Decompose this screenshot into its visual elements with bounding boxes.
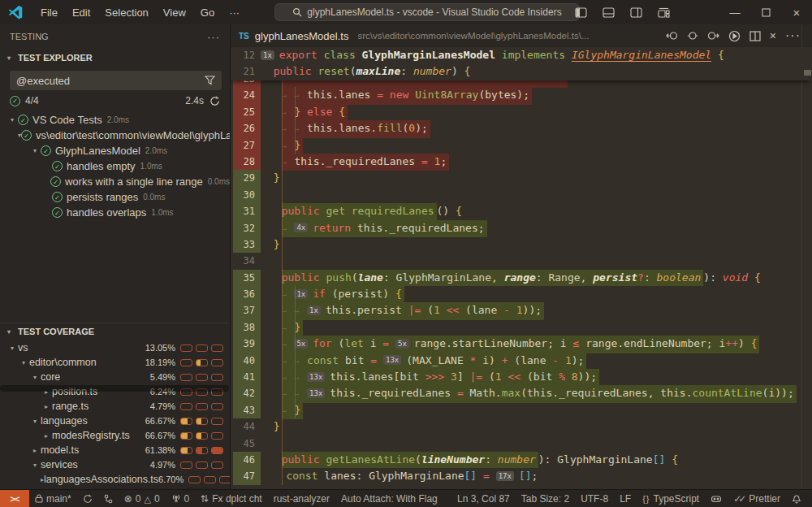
status-formatter[interactable]: ✓✓Prettier — [728, 490, 786, 507]
code-line[interactable]: 34 — [231, 253, 812, 269]
run-tests-icon[interactable] — [728, 30, 741, 42]
test-tree-item[interactable]: ✓persists ranges0.0ms — [0, 189, 230, 205]
code-line[interactable]: 38→} — [231, 319, 812, 336]
code-line[interactable]: 29} — [231, 170, 812, 186]
code-line[interactable]: 44} — [231, 418, 812, 435]
sidebar-horizontal-scrollbar[interactable] — [0, 385, 229, 392]
line-number[interactable]: 28 — [233, 154, 261, 170]
line-number[interactable]: 23 — [233, 80, 261, 87]
test-tree-item[interactable]: ✓works with a single line range0.0ms — [0, 174, 230, 189]
editor-scrollbar-thumb[interactable] — [804, 70, 811, 76]
maximize-icon[interactable] — [750, 0, 781, 24]
command-center-search[interactable]: glyphLanesModel.ts - vscode - Visual Stu… — [274, 3, 580, 21]
menu-view[interactable]: View — [156, 6, 193, 19]
code-line[interactable]: 31public get requiredLanes() { — [231, 203, 812, 219]
line-number[interactable]: 36 — [233, 286, 261, 302]
code-line[interactable]: 24→→this.lanes = new Uint8Array(bytes); — [231, 87, 812, 103]
line-number[interactable]: 41 — [233, 369, 261, 385]
line-number[interactable]: 42 — [233, 385, 261, 401]
status-problems[interactable]: ⊗0△0 — [119, 490, 166, 507]
prev-change-icon[interactable] — [666, 30, 678, 41]
status-task-status[interactable]: Fx dplct cht — [195, 490, 267, 507]
test-tree-item[interactable]: ✓handles overlaps1.0ms — [0, 205, 230, 220]
customize-layout-icon[interactable] — [653, 7, 674, 18]
code-line[interactable]: 40→→const bit = 13x(MAX_LANE * i) + (lan… — [231, 353, 812, 369]
status-auto-attach[interactable]: Auto Attach: With Flag — [335, 490, 443, 507]
next-change-icon[interactable] — [707, 30, 719, 41]
test-tree-item[interactable]: ▾✓VS Code Tests2.0ms — [0, 112, 230, 128]
code-line[interactable]: 28→this._requiredLanes = 1; — [231, 154, 812, 170]
line-number[interactable]: 30 — [233, 187, 261, 203]
code-line[interactable]: 41→→13xthis.lanes[bit >>> 3] |= (1 << (b… — [231, 369, 812, 385]
status-tab-size[interactable]: Tab Size: 2 — [516, 490, 575, 507]
toggle-panel-icon[interactable] — [598, 7, 619, 18]
code-line[interactable]: 36→1xif (persist) { — [231, 286, 812, 302]
menu-file[interactable]: File — [33, 6, 65, 19]
line-number[interactable]: 46 — [233, 452, 261, 468]
line-number[interactable]: 25 — [233, 104, 261, 120]
sidebar-more-actions-icon[interactable]: ··· — [207, 31, 220, 43]
code-line[interactable]: 27→} — [231, 137, 812, 154]
breadcrumb[interactable]: src\vs\editor\common\viewModel\glyphLane… — [357, 31, 659, 41]
status-language-mode[interactable]: {}TypeScript — [637, 490, 705, 507]
code-line[interactable]: 25→} else { — [231, 104, 812, 120]
more-editor-actions-icon[interactable]: ··· — [785, 28, 801, 43]
line-number[interactable]: 35 — [233, 270, 261, 286]
coverage-row[interactable]: ▸ — [0, 487, 230, 489]
status-ports[interactable]: 0 — [166, 490, 196, 507]
coverage-row[interactable]: ▾vs13.05% — [0, 340, 230, 355]
code-line[interactable]: 26→→this.lanes.fill(0); — [231, 120, 812, 136]
status-scm-graph[interactable] — [98, 490, 119, 507]
refresh-icon[interactable] — [209, 96, 220, 106]
coverage-row[interactable]: ▾languages66.67% — [0, 414, 230, 428]
menu-go[interactable]: Go — [193, 6, 222, 19]
code-line[interactable]: 35public push(lane: GlyphMarginLane, ran… — [231, 270, 812, 286]
menu-selection[interactable]: Selection — [97, 6, 155, 19]
status-notifications[interactable] — [786, 490, 807, 507]
coverage-toggle-icon[interactable] — [687, 30, 698, 41]
line-number[interactable]: 47 — [233, 468, 261, 484]
line-number[interactable]: 32 — [233, 220, 261, 236]
code-line[interactable]: 33} — [231, 236, 812, 253]
tab-filename[interactable]: glyphLanesModel.ts — [255, 30, 349, 42]
coverage-row[interactable]: ▸model.ts61.38% — [0, 443, 230, 457]
status-rust-analyzer[interactable]: rust-analyzer — [268, 490, 335, 507]
code-line[interactable]: 46public getLanesAtLine(lineNumber: numb… — [231, 452, 812, 468]
menu-[interactable]: ··· — [222, 6, 247, 19]
status-branch-status[interactable]: main* — [29, 490, 77, 507]
line-number[interactable]: 12 — [233, 47, 261, 63]
line-number[interactable]: 24 — [233, 87, 261, 103]
code-line[interactable]: 43→} — [231, 402, 812, 418]
test-explorer-header[interactable]: ▾ TEST EXPLORER — [0, 49, 230, 67]
line-number[interactable]: 34 — [233, 253, 261, 269]
status-copilot[interactable] — [705, 490, 728, 507]
status-encoding[interactable]: UTF-8 — [575, 490, 614, 507]
line-number[interactable]: 21 — [233, 63, 261, 80]
close-window-icon[interactable]: × — [781, 0, 812, 24]
coverage-row[interactable]: ▾editor\common18.19% — [0, 355, 230, 370]
test-tree-item[interactable]: ✓handles empty1.0ms — [0, 158, 230, 174]
toggle-sidebar-icon[interactable] — [570, 7, 591, 18]
line-number[interactable]: 37 — [233, 302, 261, 318]
menu-edit[interactable]: Edit — [65, 6, 97, 19]
minimize-icon[interactable]: — — [719, 0, 750, 24]
coverage-row[interactable]: ▸range.ts4.79% — [0, 399, 230, 414]
sticky-code-line[interactable]: 21public reset(maxLine: number) { — [231, 63, 812, 80]
line-number[interactable]: 39 — [233, 336, 261, 352]
toggle-secondary-sidebar-icon[interactable] — [625, 7, 646, 18]
line-number[interactable]: 38 — [233, 319, 261, 336]
coverage-row[interactable]: ▸languagesAssociations.ts6.70% — [0, 472, 230, 487]
status-eol[interactable]: LF — [614, 490, 637, 507]
code-line[interactable]: 32→4xreturn this._requiredLanes; — [231, 220, 812, 236]
test-tree-item[interactable]: ▾✓GlyphLanesModel2.0ms — [0, 143, 230, 158]
line-number[interactable]: 43 — [233, 402, 261, 418]
code-line[interactable]: 30 — [231, 187, 812, 203]
status-cursor-position[interactable]: Ln 3, Col 87 — [451, 490, 516, 507]
close-editor-icon[interactable]: × — [770, 29, 776, 42]
code-line[interactable]: 47const lanes: GlyphMarginLane[] = 17x[]… — [231, 468, 812, 484]
line-number[interactable]: 40 — [233, 353, 261, 369]
coverage-row[interactable]: ▸modesRegistry.ts66.67% — [0, 428, 230, 443]
line-number[interactable]: 45 — [233, 436, 261, 452]
line-number[interactable]: 31 — [233, 203, 261, 219]
line-number[interactable]: 29 — [233, 170, 261, 186]
